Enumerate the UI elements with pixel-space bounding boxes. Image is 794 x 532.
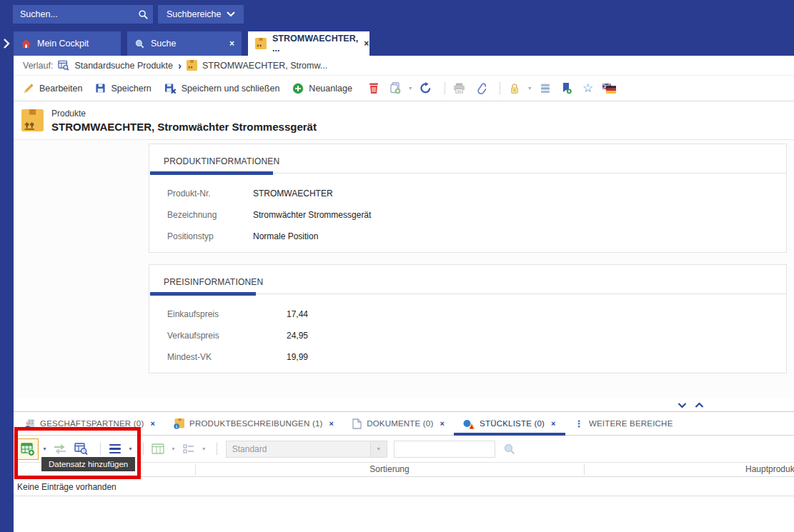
field-label: Produkt-Nr. xyxy=(167,189,253,199)
close-icon[interactable]: × xyxy=(440,419,445,428)
list-view-caret-icon[interactable]: ▼ xyxy=(202,446,207,451)
field-value[interactable]: Stromwächter Strommessgerät xyxy=(253,210,371,220)
save-button[interactable]: Speichern xyxy=(95,83,151,94)
active-section-underline xyxy=(150,171,273,175)
save-close-button[interactable]: Speichern und schließen xyxy=(164,83,280,94)
field-row: Mindest-VK 19,99 xyxy=(149,346,786,368)
section-title[interactable]: PRODUKTINFORMATIONEN xyxy=(164,156,279,166)
record-header: Produkte STROMWAECHTER, Stromwächter Str… xyxy=(14,101,794,140)
tab-geschaeftspartner[interactable]: GESCHÄFTSPARTNER (0) × xyxy=(15,412,164,435)
column-header-hauptprodukt[interactable]: Hauptprodukt xyxy=(745,463,794,476)
chevron-right-icon: › xyxy=(178,60,182,71)
close-icon[interactable]: × xyxy=(551,419,556,428)
bookmark-add-button[interactable] xyxy=(558,79,575,98)
new-button[interactable]: Neuanlage xyxy=(292,83,352,94)
list-menu-caret-icon[interactable]: ▼ xyxy=(128,446,133,451)
record-toolbar: Bearbeiten Speichern Speichern und schli… xyxy=(14,76,794,101)
copy-add-icon xyxy=(389,82,401,94)
lock-button[interactable] xyxy=(506,79,523,98)
add-record-button[interactable] xyxy=(17,438,39,460)
printer-icon xyxy=(453,83,465,94)
language-button[interactable] xyxy=(601,79,618,98)
view-select-dropdown[interactable]: ▼ xyxy=(370,441,387,457)
save-icon xyxy=(95,83,106,94)
product-icon xyxy=(255,38,267,49)
breadcrumb-item-search[interactable]: Standardsuche Produkte xyxy=(74,61,173,71)
table-view-caret-icon[interactable]: ▼ xyxy=(171,446,176,451)
list-filter-input[interactable] xyxy=(394,441,495,458)
tab-weitere-bereiche[interactable]: ⋮ WEITERE BEREICHE xyxy=(565,412,683,435)
tab-stueckliste[interactable]: STÜCKLISTE (0) × xyxy=(454,412,565,435)
list-view-button[interactable] xyxy=(180,440,197,458)
record-content: PRODUKTINFORMATIONEN Produkt-Nr. STROMWA… xyxy=(14,140,794,398)
expand-rail-icon[interactable] xyxy=(2,39,11,49)
field-label: Verkaufspreis xyxy=(167,331,287,341)
add-record-caret-icon[interactable]: ▼ xyxy=(42,446,47,451)
empty-message: Keine Einträge vorhanden xyxy=(17,482,116,492)
paperclip-icon xyxy=(476,82,486,94)
close-icon[interactable]: × xyxy=(329,419,334,428)
edit-button[interactable]: Bearbeiten xyxy=(23,83,82,94)
sync-arrows-icon xyxy=(53,443,67,455)
lock-caret-icon[interactable]: ▼ xyxy=(527,86,532,91)
open-search-button[interactable] xyxy=(73,440,90,458)
field-value[interactable]: Normale Position xyxy=(253,231,318,241)
transfer-button[interactable] xyxy=(51,440,69,458)
app-window: Suchbereiche Mein Cockpit Suche × xyxy=(0,0,794,532)
tab-dokumente[interactable]: DOKUMENTE (0) × xyxy=(343,412,454,435)
tab-stromwaechter[interactable]: STROMWAECHTER, ... × xyxy=(248,31,369,56)
tooltip-datensatz-hinzufuegen: Datensatz hinzufügen xyxy=(41,457,135,471)
favorite-button[interactable]: ☆ xyxy=(580,79,597,98)
attachment-button[interactable] xyxy=(472,79,490,98)
chevron-down-icon: ▼ xyxy=(376,446,381,451)
tab-suche[interactable]: Suche × xyxy=(127,31,242,56)
close-icon[interactable]: × xyxy=(150,419,155,428)
new-label: Neuanlage xyxy=(309,84,352,94)
field-label: Mindest-VK xyxy=(167,352,287,362)
field-value[interactable]: 17,44 xyxy=(287,309,308,319)
table-view-icon xyxy=(152,443,164,454)
business-partner-icon xyxy=(24,418,35,429)
field-value[interactable]: 24,95 xyxy=(287,331,308,341)
save-label: Speichern xyxy=(111,84,151,94)
tab-mein-cockpit[interactable]: Mein Cockpit xyxy=(14,31,121,56)
list-menu-button[interactable] xyxy=(106,440,124,458)
refresh-button[interactable] xyxy=(417,79,435,98)
expand-up-icon[interactable] xyxy=(695,402,704,408)
chevron-down-icon xyxy=(227,11,235,17)
search-icon[interactable] xyxy=(138,9,154,20)
view-select[interactable]: ▼ xyxy=(226,441,387,458)
related-area-tabs: GESCHÄFTSPARTNER (0) × PRODUKTBESCHREIBU… xyxy=(14,412,794,436)
panel-splitter[interactable] xyxy=(14,398,794,412)
dataset-button[interactable] xyxy=(537,79,554,98)
search-scope-label: Suchbereiche xyxy=(167,9,221,19)
print-button[interactable] xyxy=(451,79,468,98)
overflow-dots-icon: ⋮ xyxy=(575,418,584,429)
duplicate-caret-icon[interactable]: ▼ xyxy=(408,86,413,91)
section-title[interactable]: PREISINFORMATIONEN xyxy=(164,277,263,287)
delete-button[interactable] xyxy=(365,79,382,98)
search-input[interactable] xyxy=(13,9,138,19)
section-produktinformationen: PRODUKTINFORMATIONEN Produkt-Nr. STROMWA… xyxy=(149,144,787,253)
collapse-down-icon[interactable] xyxy=(678,402,687,408)
add-record-icon xyxy=(21,442,35,456)
breadcrumb-item-record[interactable]: STROMWAECHTER, Stromw... xyxy=(202,61,327,71)
field-value[interactable]: STROMWAECHTER xyxy=(253,189,333,199)
close-icon[interactable]: × xyxy=(229,39,234,49)
duplicate-button[interactable] xyxy=(387,79,404,98)
tab-produktbeschreibungen[interactable]: PRODUKTBESCHREIBUNGEN (1) × xyxy=(164,412,343,435)
global-search[interactable] xyxy=(13,5,153,24)
column-divider[interactable] xyxy=(584,464,585,475)
home-icon xyxy=(21,39,31,49)
field-row: Positionstyp Normale Position xyxy=(149,226,786,247)
section-header: PRODUKTINFORMATIONEN xyxy=(149,144,786,174)
close-icon[interactable]: × xyxy=(364,39,369,49)
table-view-button[interactable] xyxy=(149,440,167,458)
column-header-sortierung[interactable]: Sortierung xyxy=(195,463,584,476)
field-row: Produkt-Nr. STROMWAECHTER xyxy=(149,183,786,204)
field-value[interactable]: 19,99 xyxy=(287,352,308,362)
filter-search-icon[interactable] xyxy=(503,443,516,456)
hamburger-icon xyxy=(109,444,121,454)
search-scope-button[interactable]: Suchbereiche xyxy=(158,5,244,24)
view-select-input[interactable] xyxy=(227,441,370,457)
